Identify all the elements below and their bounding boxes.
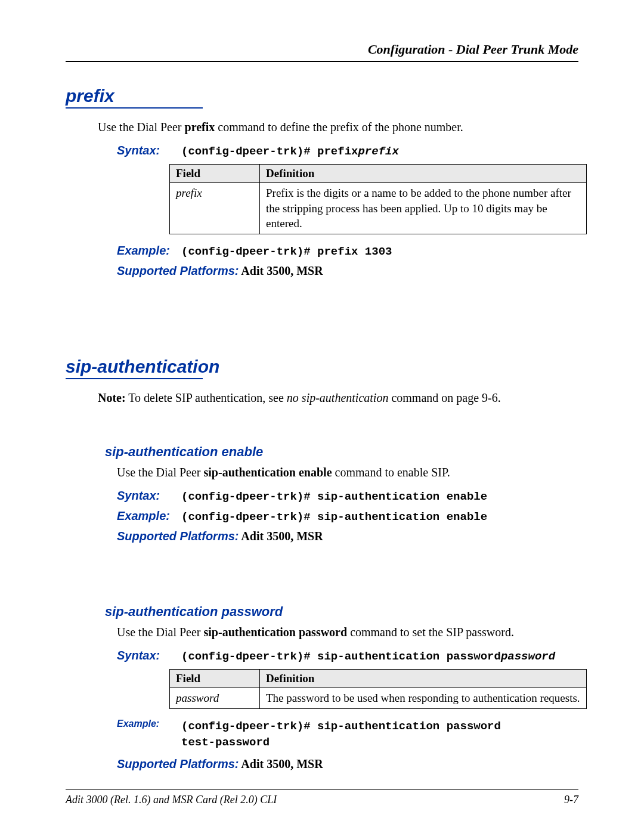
text-bold: sip-authentication password: [204, 625, 348, 639]
example-code: (config-dpeer-trk)# sip-authentication e…: [181, 510, 487, 524]
text: Use the Dial Peer: [117, 625, 204, 639]
prefix-platforms: Supported Platforms: Adit 3500, MSR: [117, 264, 578, 278]
sip-auth-password-syntax: Syntax: (config-dpeer-trk)# sip-authenti…: [117, 649, 578, 663]
syntax-code: (config-dpeer-trk)# sip-authentication e…: [181, 490, 487, 503]
text: command on page 9-6.: [388, 391, 500, 404]
section-heading-rule: [66, 107, 203, 109]
table-row: password The password to be used when re…: [170, 688, 587, 708]
table-header-field: Field: [170, 165, 260, 183]
syntax-param: password: [501, 650, 555, 663]
text: command to define the prefix of the phon…: [215, 120, 463, 134]
prefix-example: Example: (config-dpeer-trk)# prefix 1303: [117, 244, 578, 258]
section-heading-sip-auth: sip-authentication: [66, 357, 578, 377]
syntax-label: Syntax:: [117, 144, 181, 157]
text: command to enable SIP.: [332, 466, 450, 479]
platforms-label: Supported Platforms:: [117, 529, 239, 543]
table-header-row: Field Definition: [170, 165, 587, 183]
text-bold: prefix: [185, 120, 215, 134]
text: command to set the SIP password.: [347, 625, 514, 639]
running-header: Configuration - Dial Peer Trunk Mode: [66, 42, 578, 57]
text: To delete SIP authentication, see: [126, 391, 287, 404]
platforms-value: Adit 3500, MSR: [239, 529, 323, 543]
sip-auth-password-example: Example: (config-dpeer-trk)# sip-authent…: [117, 719, 578, 751]
table-header-definition: Definition: [260, 165, 587, 183]
platforms-value: Adit 3500, MSR: [239, 264, 323, 277]
sip-auth-enable-platforms: Supported Platforms: Adit 3500, MSR: [117, 529, 578, 543]
prefix-syntax: Syntax: (config-dpeer-trk)# prefix prefi…: [117, 144, 578, 158]
syntax-code: (config-dpeer-trk)# prefix: [181, 145, 358, 158]
table-row: prefix Prefix is the digits or a name to…: [170, 183, 587, 234]
text: Use the Dial Peer: [98, 120, 185, 134]
example-label: Example:: [117, 244, 181, 258]
footer-right: 9-7: [564, 794, 578, 806]
note-bold: Note:: [98, 391, 126, 404]
subheading-sip-auth-enable: sip-authentication enable: [105, 444, 578, 460]
section-heading-prefix: prefix: [66, 86, 578, 106]
text: Use the Dial Peer: [117, 466, 204, 479]
table-cell-definition: Prefix is the digits or a name to be add…: [260, 183, 587, 234]
section-heading-rule: [66, 378, 203, 379]
platforms-value: Adit 3500, MSR: [239, 757, 323, 770]
syntax-label: Syntax:: [117, 489, 181, 503]
table-cell-field: prefix: [170, 183, 260, 234]
text-bold: sip-authentication enable: [204, 466, 332, 479]
header-rule: [66, 61, 578, 62]
sip-auth-password-platforms: Supported Platforms: Adit 3500, MSR: [117, 757, 578, 771]
sip-auth-enable-intro: Use the Dial Peer sip-authentication ena…: [117, 465, 578, 481]
footer-left: Adit 3000 (Rel. 1.6) and MSR Card (Rel 2…: [66, 794, 277, 806]
example-label: Example:: [117, 719, 181, 729]
spacer: [66, 414, 578, 444]
table-cell-definition: The password to be used when responding …: [260, 688, 587, 708]
syntax-code: (config-dpeer-trk)# sip-authentication p…: [181, 650, 501, 663]
prefix-intro: Use the Dial Peer prefix command to defi…: [98, 119, 578, 135]
page-content: Configuration - Dial Peer Trunk Mode pre…: [0, 0, 644, 755]
spacer: [66, 285, 578, 357]
table-header-field: Field: [170, 669, 260, 688]
sip-auth-password-intro: Use the Dial Peer sip-authentication pas…: [117, 624, 578, 640]
syntax-label: Syntax:: [117, 649, 181, 662]
sip-auth-enable-example: Example: (config-dpeer-trk)# sip-authent…: [117, 509, 578, 524]
platforms-label: Supported Platforms:: [117, 757, 239, 770]
page-footer: Adit 3000 (Rel. 1.6) and MSR Card (Rel 2…: [66, 789, 578, 806]
note-italic: no sip-authentication: [287, 391, 389, 404]
sip-auth-note: Note: To delete SIP authentication, see …: [98, 390, 578, 406]
table-header-definition: Definition: [260, 669, 587, 688]
prefix-table: Field Definition prefix Prefix is the di…: [169, 164, 587, 234]
sip-auth-enable-syntax: Syntax: (config-dpeer-trk)# sip-authenti…: [117, 489, 578, 503]
platforms-label: Supported Platforms:: [117, 264, 239, 277]
spacer: [66, 550, 578, 604]
example-label: Example:: [117, 509, 181, 523]
syntax-param: prefix: [358, 145, 398, 158]
table-cell-field: password: [170, 688, 260, 708]
example-code: (config-dpeer-trk)# sip-authentication p…: [181, 719, 501, 751]
example-code: (config-dpeer-trk)# prefix 1303: [181, 245, 392, 258]
sip-auth-password-table: Field Definition password The password t…: [169, 669, 587, 709]
table-header-row: Field Definition: [170, 669, 587, 688]
subheading-sip-auth-password: sip-authentication password: [105, 604, 578, 620]
